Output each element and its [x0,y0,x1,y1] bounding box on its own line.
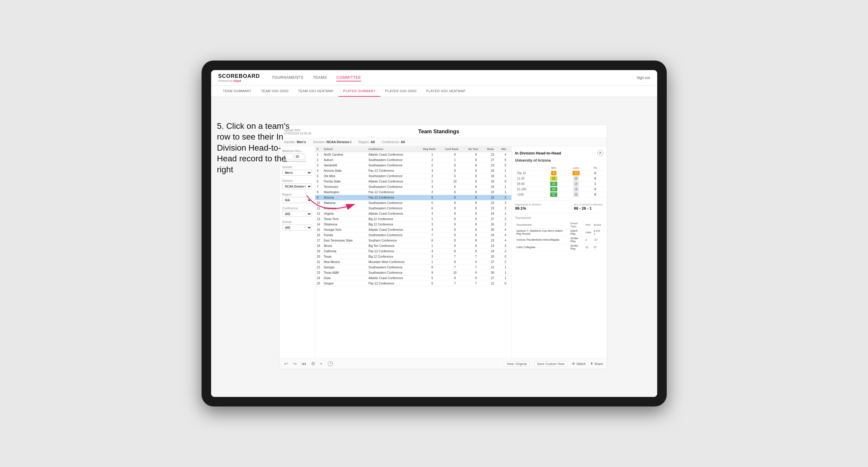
h2h-tie-cell: 0 [587,192,603,197]
division-select[interactable]: NCAA Division I NCAA Division II [282,183,312,189]
cell-school: Ole Miss [322,174,367,179]
h2h-row: 51-100 20 3 0 [515,187,603,192]
school-select[interactable]: (All) [282,224,312,230]
table-row[interactable]: 21 New Mexico Mountain West Conference 1… [315,259,512,265]
table-row[interactable]: 16 Florida Southeastern Conference 7 9 9… [315,232,512,238]
h2h-range: Top 10 [515,170,543,176]
cell-school: California [322,249,367,254]
cell-no-tour: 8 [467,206,486,211]
table-row[interactable]: 24 Duke Atlantic Coast Conference 5 9 9 … [315,276,512,281]
cell-school: Oregon [322,281,367,286]
cell-school: Georgia Tech [322,227,367,232]
view-original-btn[interactable]: View: Original [504,361,530,367]
cell-rnds: 24 [486,249,499,254]
nav-committee[interactable]: COMMITTEE [336,74,361,82]
col-conf-rank: Conf Rank [443,147,466,152]
toolbar-btn-6[interactable]: 🕐 [326,360,335,367]
h2h-record-label: W-L-T record in-division: [574,203,603,206]
cell-reg-rank: 2 [421,163,443,168]
cell-rank: 14 [315,222,322,227]
sub-nav-player-h2h-grid[interactable]: PLAYER H2H GRID [380,86,422,97]
table-row[interactable]: 3 Vanderbilt Southeastern Conference 2 8… [315,163,512,168]
filter-conference-label: Conference: [382,140,400,144]
table-row[interactable]: 4 Arizona State Pac-12 Conference 4 9 9 … [315,168,512,174]
cell-no-tour: 8 [467,211,486,217]
share-icon: ⬆ [590,362,593,366]
cell-reg-rank: 7 [421,232,443,238]
h2h-header: In Division Head-to-Head ✕ [515,150,603,156]
logo-sub: Powered by clippd [218,79,260,82]
cell-rank: 22 [315,265,322,270]
save-custom-btn[interactable]: Save Custom View [534,361,567,367]
h2h-team: University of Arizona [515,158,603,162]
table-row[interactable]: 2 Auburn Southeastern Conference 2 1 9 2… [315,157,512,163]
nav-teams[interactable]: TEAMS [313,74,327,82]
table-row[interactable]: 20 Texas Big 12 Conference 3 7 7 20 0 [315,254,512,259]
cell-rnds: 24 [486,232,499,238]
cell-reg-rank: 4 [421,227,443,232]
cell-school: Duke [322,276,367,281]
h2h-col-win: Win [543,165,565,170]
cell-conf-rank: 9 [443,243,466,249]
cell-school: Texas [322,254,367,259]
sub-nav-team-h2h-grid[interactable]: TEAM H2H GRID [256,86,293,97]
sub-nav-team-h2h-heatmap[interactable]: TEAM H2H HEATMAP [293,86,338,97]
h2h-col-loss: Loss [565,165,587,170]
h2h-tie-cell: 0 [587,187,603,192]
share-label: Share [594,362,603,366]
redo-btn[interactable]: ↪ [291,360,298,367]
sign-out[interactable]: Sign out [637,76,650,80]
sub-nav-player-h2h-heatmap[interactable]: PLAYER H2H HEATMAP [421,86,470,97]
cell-conf-rank: 8 [443,195,466,200]
annotation-text: 5. Click on a team's row to see their In… [217,121,301,175]
sub-nav-team-summary[interactable]: TEAM SUMMARY [218,86,256,97]
cell-rank: 7 [315,184,322,190]
cell-conference: Big 12 Conference [367,254,421,259]
t-score: 17 [592,244,603,251]
t-name: Jackson T. Stephens Cup Men's Match-Play… [515,229,569,236]
cell-rnds: 21 [486,281,499,286]
cell-win: 3 [499,243,511,249]
filter-region-value: All [371,140,375,144]
t-name: Arizona Thunderbirds Intercollegiate [515,236,569,244]
table-row[interactable]: 15 Georgia Tech Atlantic Coast Conferenc… [315,227,512,232]
undo-btn[interactable]: ↩ [283,360,289,367]
h2h-close-btn[interactable]: ✕ [597,150,603,156]
toolbar-right: View: Original Save Custom View 👁 Watch … [504,361,603,367]
table-row[interactable]: 14 Oklahoma Big 12 Conference 3 9 9 26 2 [315,222,512,227]
cell-conf-rank: 7 [443,281,466,286]
table-row[interactable]: 25 Oregon Pac-12 Conference 5 7 7 21 0 [315,281,512,286]
table-row[interactable]: 18 Illinois Big Ten Conference 1 9 9 23 … [315,243,512,249]
table-row[interactable]: 7 Tennessee Southeastern Conference 4 6 … [315,184,512,190]
h2h-range: 51-100 [515,187,543,192]
table-row[interactable]: 22 Georgia Southeastern Conference 8 7 7… [315,265,512,270]
nav-links: TOURNAMENTS TEAMS COMMITTEE [272,74,637,82]
filter-division: Division: NCAA Division I [313,140,351,144]
toolbar-btn-5[interactable]: + [319,361,324,367]
t-name: Cabo Collegiate [515,244,569,251]
cell-school: Illinois [322,243,367,249]
table-row[interactable]: 6 Florida State Atlantic Coast Conferenc… [315,179,512,184]
table-row[interactable]: 1 North Carolina Atlantic Coast Conferen… [315,152,512,157]
share-btn[interactable]: ⬆ Share [590,362,603,366]
col-school: School [322,147,367,152]
toolbar-btn-3[interactable]: ⏮ [300,361,307,367]
sub-nav-player-summary[interactable]: PLAYER SUMMARY [338,86,380,97]
table-row[interactable]: 23 Texas A&M Southeastern Conference 9 1… [315,270,512,276]
cell-win: 0 [499,254,511,259]
cell-win: 2 [499,222,511,227]
toolbar-btn-4[interactable]: ⚙ [310,360,316,367]
watch-btn[interactable]: 👁 Watch [572,362,586,366]
cell-conf-rank: 9 [443,232,466,238]
table-row[interactable]: 19 California Pac-12 Conference 4 8 8 24… [315,249,512,254]
h2h-opponents: Opponents in division: 99.1% [515,203,542,211]
min-rounds-slider[interactable] [282,161,306,162]
filter-conference: Conference: All [382,140,405,144]
cell-rnds: 20 [486,254,499,259]
cell-rnds: 18 [486,184,499,190]
table-row[interactable]: 5 Ole Miss Southeastern Conference 3 6 8… [315,174,512,179]
table-row[interactable]: 17 East Tennessee State Southern Confere… [315,238,512,243]
cell-conference: Mountain West Conference [367,259,421,265]
nav-tournaments[interactable]: TOURNAMENTS [272,74,304,82]
cell-reg-rank: 6 [421,206,443,211]
